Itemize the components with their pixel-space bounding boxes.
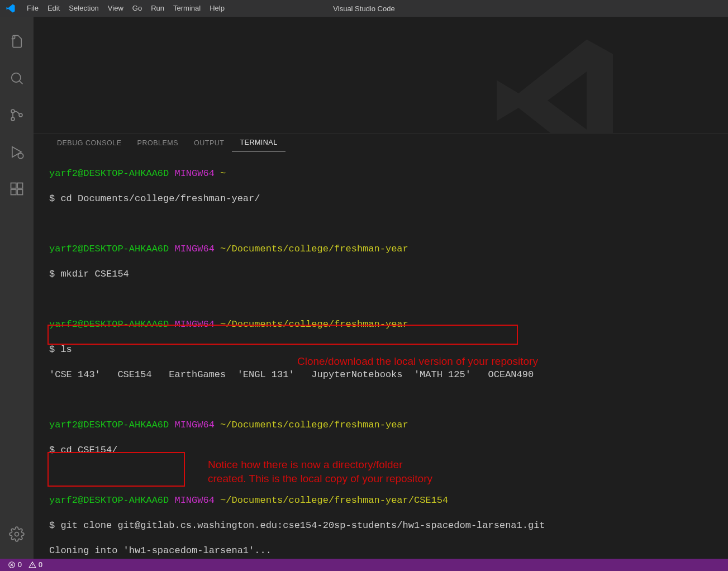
- vscode-logo-icon: [6, 3, 16, 13]
- term-shell: MINGW64: [174, 495, 214, 506]
- status-errors-count: 0: [18, 561, 22, 569]
- term-cmd-git-clone: $ git clone git@gitlab.cs.washington.edu…: [49, 520, 720, 532]
- term-shell: MINGW64: [174, 319, 214, 330]
- panel: DEBUG CONSOLE PROBLEMS OUTPUT TERMINAL y…: [34, 133, 728, 559]
- svg-rect-6: [11, 189, 16, 194]
- term-shell: MINGW64: [174, 244, 214, 254]
- status-warnings[interactable]: 0: [25, 561, 46, 569]
- tab-problems[interactable]: PROBLEMS: [130, 136, 186, 151]
- term-shell: MINGW64: [174, 420, 214, 430]
- extensions-icon[interactable]: [3, 175, 30, 202]
- panel-tabs: DEBUG CONSOLE PROBLEMS OUTPUT TERMINAL: [34, 134, 728, 151]
- editor-empty-area: [34, 17, 728, 133]
- terminal-output[interactable]: yarf2@DESKTOP-AHKAA6D MINGW64 ~ $ cd Doc…: [49, 155, 720, 556]
- run-debug-icon[interactable]: [3, 139, 30, 165]
- term-user-host: yarf2@DESKTOP-AHKAA6D: [49, 495, 169, 506]
- term-path: ~/Documents/college/freshman-year: [220, 244, 408, 254]
- svg-rect-8: [17, 183, 22, 188]
- term-user-host: yarf2@DESKTOP-AHKAA6D: [49, 319, 169, 330]
- term-shell: MINGW64: [174, 168, 214, 179]
- menu-go[interactable]: Go: [128, 0, 146, 17]
- svg-rect-5: [11, 183, 16, 188]
- term-path: ~/Documents/college/freshman-year/CSE154: [220, 495, 448, 506]
- term-cmd: $ cd Documents/college/freshman-year/: [49, 193, 720, 206]
- term-path: ~: [220, 168, 226, 179]
- tab-terminal[interactable]: TERMINAL: [232, 135, 285, 151]
- term-output: 'CSE 143' CSE154 EarthGames 'ENGL 131' J…: [49, 369, 720, 382]
- term-cmd: $ ls: [49, 344, 720, 356]
- svg-point-0: [12, 73, 21, 82]
- term-path: ~/Documents/college/freshman-year: [220, 420, 408, 430]
- explorer-icon[interactable]: [3, 28, 30, 55]
- menu-view[interactable]: View: [103, 0, 128, 17]
- status-errors[interactable]: 0: [4, 561, 25, 569]
- term-user-host: yarf2@DESKTOP-AHKAA6D: [49, 420, 169, 430]
- settings-gear-icon[interactable]: [3, 521, 30, 548]
- term-cmd: $ cd CSE154/: [49, 444, 720, 457]
- vscode-watermark-icon: [482, 28, 627, 133]
- menu-selection[interactable]: Selection: [64, 0, 103, 17]
- term-cmd: $ mkdir CSE154: [49, 268, 720, 281]
- window-title: Visual Studio Code: [333, 4, 394, 13]
- term-user-host: yarf2@DESKTOP-AHKAA6D: [49, 244, 169, 254]
- menu-terminal[interactable]: Terminal: [169, 0, 205, 17]
- svg-point-2: [11, 117, 15, 121]
- tab-output[interactable]: OUTPUT: [186, 136, 232, 151]
- activity-bar: [0, 17, 34, 559]
- status-bar: 0 0: [0, 559, 728, 571]
- term-user-host: yarf2@DESKTOP-AHKAA6D: [49, 168, 169, 179]
- menu-run[interactable]: Run: [146, 0, 169, 17]
- svg-point-9: [15, 532, 19, 536]
- status-warnings-count: 0: [39, 561, 42, 569]
- svg-point-4: [18, 153, 23, 158]
- svg-point-1: [11, 110, 15, 113]
- titlebar: File Edit Selection View Go Run Terminal…: [0, 0, 728, 17]
- term-output: Cloning into 'hw1-spacedom-larsena1'...: [49, 545, 720, 557]
- menu-help[interactable]: Help: [205, 0, 229, 17]
- menu-file[interactable]: File: [22, 0, 43, 17]
- term-path: ~/Documents/college/freshman-year: [220, 319, 408, 330]
- source-control-icon[interactable]: [3, 102, 30, 129]
- tab-debug-console[interactable]: DEBUG CONSOLE: [49, 136, 130, 151]
- svg-rect-7: [17, 189, 22, 194]
- search-icon[interactable]: [3, 65, 30, 92]
- menu-edit[interactable]: Edit: [43, 0, 64, 17]
